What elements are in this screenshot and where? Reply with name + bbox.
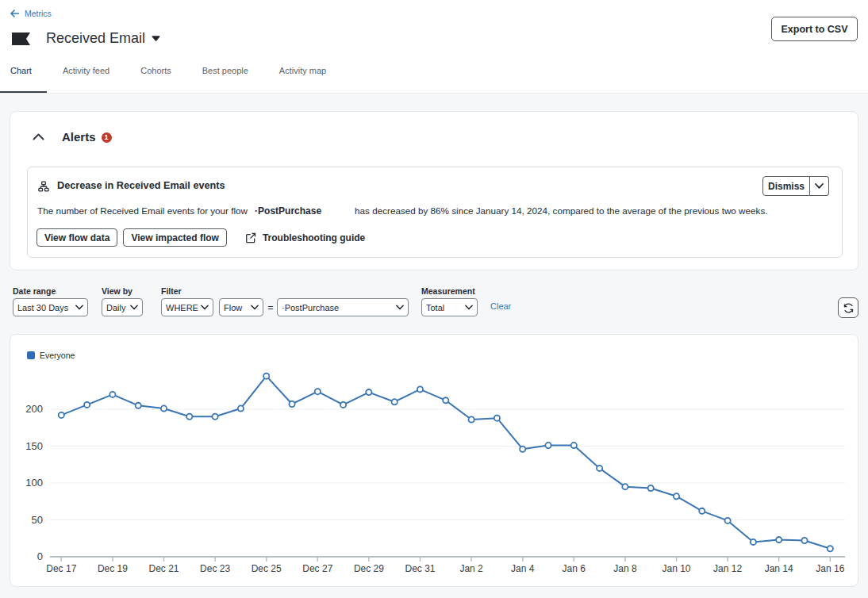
- svg-text:Dec 17: Dec 17: [46, 563, 76, 574]
- svg-text:Jan 4: Jan 4: [511, 563, 535, 574]
- svg-text:Dec 21: Dec 21: [148, 563, 179, 574]
- svg-text:100: 100: [25, 477, 43, 489]
- svg-text:0: 0: [37, 550, 43, 562]
- svg-text:50: 50: [32, 514, 43, 526]
- svg-text:Jan 14: Jan 14: [765, 563, 793, 574]
- svg-text:Dec 25: Dec 25: [252, 563, 282, 574]
- svg-text:Dec 31: Dec 31: [405, 563, 435, 574]
- svg-text:Jan 8: Jan 8: [613, 563, 637, 574]
- svg-text:Jan 12: Jan 12: [713, 563, 742, 574]
- svg-text:Jan 2: Jan 2: [459, 563, 483, 574]
- svg-text:Dec 29: Dec 29: [354, 563, 384, 574]
- svg-text:Dec 19: Dec 19: [98, 563, 128, 574]
- svg-text:Dec 27: Dec 27: [302, 563, 332, 574]
- svg-text:Dec 23: Dec 23: [200, 563, 230, 574]
- svg-text:Jan 10: Jan 10: [662, 563, 690, 574]
- svg-text:Jan 16: Jan 16: [816, 563, 844, 574]
- svg-text:150: 150: [25, 440, 43, 452]
- svg-text:Jan 6: Jan 6: [563, 563, 586, 574]
- svg-text:200: 200: [25, 403, 43, 415]
